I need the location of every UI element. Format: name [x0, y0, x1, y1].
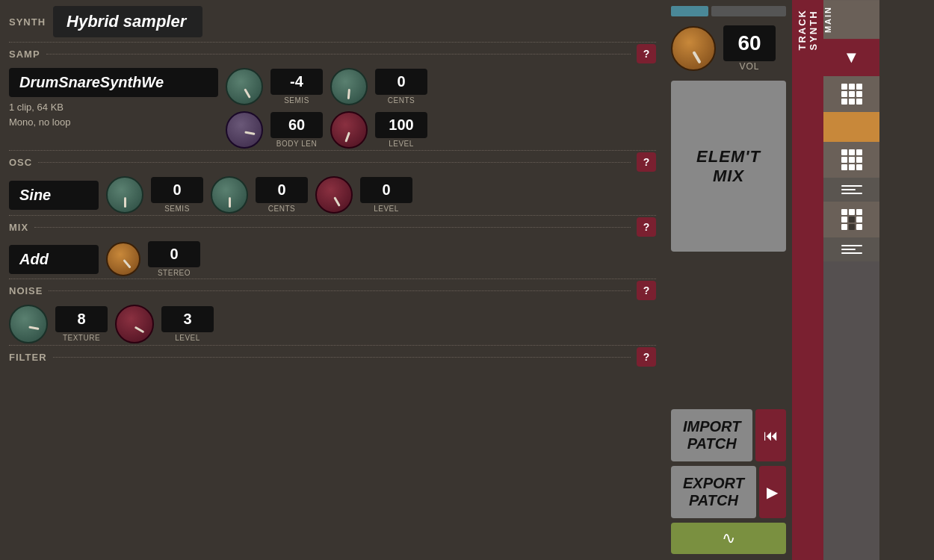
eq-icon-button-1[interactable] [823, 178, 879, 202]
noise-controls: 8 TEXTURE 3 LEVEL [9, 305, 656, 343]
center-panel: 60 VOL ELEM'TMIX IMPORTPATCH ⏮ EXPORTPAT… [665, 0, 792, 560]
mix-section: MIX ? Add 0 STEREO [9, 217, 656, 277]
samp-knob2[interactable] [330, 68, 368, 105]
samp-row1: -4 SEMIS 0 CENTS [226, 68, 427, 105]
osc-knob3-group [315, 176, 353, 214]
mix-knob1[interactable] [106, 242, 140, 276]
osc-knob1-group [106, 176, 143, 214]
grid-icon-button-3[interactable] [823, 202, 879, 237]
slider-bar-right[interactable] [711, 6, 786, 16]
osc-cents-value[interactable]: 0 [256, 177, 308, 203]
noise-help-button[interactable]: ? [637, 281, 656, 300]
osc-knob2-indicator [229, 197, 231, 208]
samp-knob1-indicator [244, 88, 251, 99]
samp-row2: 60 BODY LEN 100 LEVEL [226, 111, 427, 149]
osc-divider-top [9, 150, 656, 151]
samp-semis-value[interactable]: -4 [270, 69, 323, 95]
osc-level-label: LEVEL [374, 205, 399, 213]
mix-type[interactable]: Add [9, 245, 99, 274]
slider-bar-left[interactable] [671, 6, 708, 16]
noise-knob1-indicator [28, 326, 39, 330]
export-row: EXPORTPATCH ▶ [665, 466, 792, 523]
noise-knob1[interactable] [9, 305, 48, 343]
osc-cents-label: CENTS [268, 205, 295, 213]
synth-title: Hybrid sampler [53, 6, 202, 37]
far-right-strip: MAIN ▼ [823, 0, 879, 560]
osc-knob1[interactable] [106, 176, 143, 214]
mix-controls: Add 0 STEREO [9, 241, 656, 277]
samp-knob1[interactable] [226, 68, 263, 105]
osc-knob3[interactable] [315, 176, 353, 214]
osc-knob2[interactable] [211, 176, 248, 214]
samp-cents-label: CENTS [388, 96, 415, 105]
mix-stereo-value[interactable]: 0 [148, 241, 200, 267]
osc-semis-value[interactable]: 0 [151, 177, 203, 203]
back-button[interactable]: ⏮ [755, 409, 786, 461]
sample-info: 1 clip, 64 KB Mono, no loop [9, 100, 218, 129]
mix-knob1-indicator [123, 259, 131, 269]
grid-icon-1 [841, 84, 862, 105]
samp-section: SAMP ? DrumSnareSynthWe 1 clip, 64 KB Mo… [9, 44, 656, 149]
osc-semis-label: SEMIS [164, 205, 190, 213]
mix-line-divider [34, 227, 631, 228]
mix-stereo-label: STEREO [158, 269, 191, 277]
samp-cents-value[interactable]: 0 [375, 69, 427, 95]
osc-label: OSC [9, 155, 32, 169]
grid-icon-3 [841, 209, 862, 230]
samp-level-label: LEVEL [389, 140, 414, 148]
down-arrow-button[interactable]: ▼ [823, 39, 879, 76]
vol-knob[interactable] [671, 26, 716, 71]
grid-icon-button-1[interactable] [823, 76, 879, 112]
play-button[interactable]: ▶ [759, 466, 786, 518]
noise-level-group: 3 LEVEL [161, 306, 214, 342]
mix-knob1-group [106, 242, 140, 276]
track-label: TRACKSYNTH [797, 9, 819, 51]
export-patch-button[interactable]: EXPORTPATCH [671, 466, 756, 518]
samp-level-value[interactable]: 100 [375, 112, 427, 138]
grid-icon-button-2[interactable] [823, 142, 879, 178]
samp-semis-label: SEMIS [284, 96, 309, 105]
import-row: IMPORTPATCH ⏮ [665, 405, 792, 466]
osc-help-button[interactable]: ? [637, 152, 656, 172]
right-area: 60 VOL ELEM'TMIX IMPORTPATCH ⏮ EXPORTPAT… [665, 0, 934, 560]
elem-mix-button[interactable]: ELEM'TMIX [671, 81, 786, 252]
samp-knob4-indicator [344, 131, 350, 142]
spacer [665, 255, 792, 405]
samp-knob4[interactable] [330, 111, 368, 149]
sample-name[interactable]: DrumSnareSynthWe [9, 68, 218, 97]
osc-type[interactable]: Sine [9, 181, 99, 210]
samp-help-button[interactable]: ? [637, 44, 656, 63]
osc-section: OSC ? Sine 0 SEMIS [9, 152, 656, 214]
noise-line-divider [49, 290, 631, 291]
noise-level-value[interactable]: 3 [161, 306, 214, 332]
samp-knob3[interactable] [226, 111, 263, 149]
noise-texture-group: 8 TEXTURE [55, 306, 108, 342]
samp-level-group: 100 LEVEL [375, 112, 427, 148]
filter-help-button[interactable]: ? [637, 347, 656, 367]
osc-line-divider [38, 162, 631, 163]
synth-label: SYNTH [9, 15, 46, 29]
samp-knob4-group [330, 111, 368, 149]
osc-level-value[interactable]: 0 [360, 177, 412, 203]
mix-label: MIX [9, 220, 28, 234]
vol-label: VOL [739, 61, 759, 72]
vol-value[interactable]: 60 [723, 25, 776, 61]
vol-value-group: 60 VOL [723, 25, 776, 72]
import-patch-button[interactable]: IMPORTPATCH [671, 409, 752, 461]
track-panel: TRACKSYNTH [792, 0, 823, 560]
waveform-button[interactable]: ∿ [671, 523, 786, 554]
eq-icon-button-2[interactable] [823, 237, 879, 261]
noise-texture-value[interactable]: 8 [55, 306, 108, 332]
eq-icon-2 [841, 245, 862, 254]
samp-knob1-group [226, 68, 263, 105]
samp-param-groups: -4 SEMIS 0 CENTS [226, 68, 427, 149]
samp-bodylen-value[interactable]: 60 [270, 112, 323, 138]
filter-label: FILTER [9, 350, 47, 364]
osc-cents-group: 0 CENTS [256, 177, 308, 213]
mix-help-button[interactable]: ? [637, 217, 656, 237]
osc-knob3-indicator [333, 196, 341, 207]
noise-knob2[interactable] [115, 305, 154, 343]
noise-divider-top [9, 279, 656, 279]
left-panel: SYNTH Hybrid sampler SAMP ? DrumSnareSyn… [0, 0, 665, 560]
slider-area [665, 0, 792, 19]
